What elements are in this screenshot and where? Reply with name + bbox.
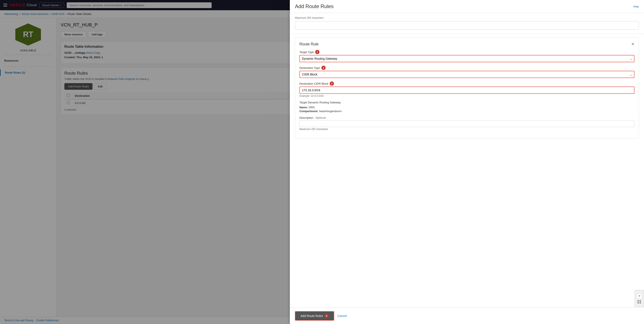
add-route-rules-badge: 4	[324, 314, 328, 318]
destination-cidr-group: Destination CIDR Block 3 Example: 10.0.0…	[300, 82, 634, 98]
target-drg-label: Target Dynamic Routing Gateway	[300, 101, 634, 104]
target-type-select[interactable]: Dynamic Routing Gateway	[300, 55, 634, 62]
drawer-body: Maximum 255 characters Route Rule ✕ Targ…	[290, 13, 644, 308]
target-type-select-wrapper: Dynamic Routing Gateway	[300, 55, 634, 62]
drg-name-row: Name: DRG	[300, 106, 634, 109]
destination-type-label: Destination Type 2	[300, 66, 634, 70]
drawer-footer: Add Route Rules 4 Cancel	[290, 308, 644, 324]
description-group: Description Optional Maximum 255 charact…	[300, 116, 634, 131]
description-label: Description Optional	[300, 116, 634, 119]
destination-type-select[interactable]: CIDR Block	[300, 71, 634, 78]
destination-type-select-wrapper: CIDR Block	[300, 71, 634, 78]
destination-cidr-hint: Example: 10.0.0.0/24	[300, 94, 634, 98]
target-type-badge: 1	[315, 50, 320, 54]
close-route-rule-button[interactable]: ✕	[631, 42, 634, 46]
add-route-rules-submit-button[interactable]: Add Route Rules 4	[295, 311, 334, 320]
top-description-input[interactable]	[295, 21, 639, 30]
add-route-rules-drawer: Add Route Rules Help Maximum 255 charact…	[290, 0, 644, 324]
target-drg-group: Target Dynamic Routing Gateway Name: DRG…	[300, 101, 634, 113]
description-max-chars: Maximum 255 characters	[300, 128, 634, 131]
drg-compartment-row: Compartment: IwanHoogendoorn	[300, 110, 634, 113]
support-icon: ?	[636, 293, 642, 299]
destination-cidr-input[interactable]	[300, 86, 634, 94]
destination-type-badge: 2	[321, 66, 326, 70]
destination-cidr-label: Destination CIDR Block 3	[300, 82, 634, 86]
help-link[interactable]: Help	[633, 5, 639, 8]
target-type-group: Target Type 1 Dynamic Routing Gateway	[300, 50, 634, 62]
drg-info: Name: DRG Compartment: IwanHoogendoorn	[300, 106, 634, 113]
grid-icon	[638, 300, 641, 304]
route-rule-card: Route Rule ✕ Target Type 1 Dynamic Routi…	[295, 37, 639, 138]
destination-type-group: Destination Type 2 CIDR Block	[300, 66, 634, 78]
destination-cidr-badge: 3	[330, 82, 334, 86]
description-optional: Optional	[316, 116, 326, 119]
target-type-label: Target Type 1	[300, 50, 634, 54]
drawer-header: Add Route Rules Help	[290, 0, 644, 13]
top-max-chars: Maximum 255 characters	[295, 16, 639, 20]
drawer-title: Add Route Rules	[295, 4, 334, 10]
route-rule-card-title: Route Rule ✕	[300, 42, 634, 46]
support-widget[interactable]: ?	[634, 290, 644, 307]
drawer-top-section: Maximum 255 characters	[290, 13, 644, 34]
cancel-button[interactable]: Cancel	[338, 314, 347, 318]
description-input[interactable]	[300, 120, 634, 127]
